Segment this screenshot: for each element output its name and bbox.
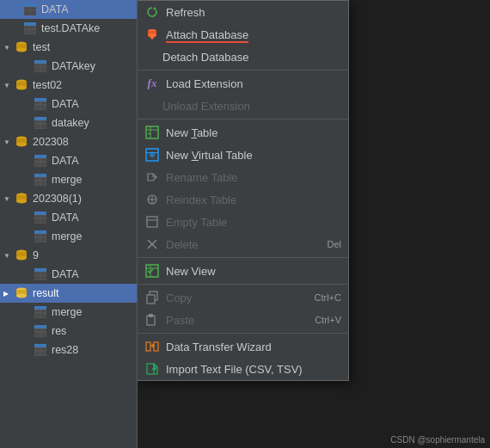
menu-item-rename-table: Rename Table bbox=[138, 166, 348, 188]
tree-label: DATA bbox=[52, 98, 78, 110]
tree-item-datakey-test02[interactable]: datakey bbox=[0, 114, 137, 132]
tree-label: res28 bbox=[52, 344, 78, 356]
tree-label: test.DATAke bbox=[41, 22, 100, 34]
menu-item-empty-table: Empty Table bbox=[138, 211, 348, 233]
svg-point-33 bbox=[16, 143, 27, 147]
db-icon bbox=[14, 191, 29, 206]
refresh-icon bbox=[144, 3, 161, 21]
new-table-icon: * bbox=[144, 124, 161, 141]
tree-item-res-result[interactable]: res bbox=[0, 322, 137, 341]
tree-item-merge-202308[interactable]: merge bbox=[0, 170, 137, 189]
menu-item-refresh[interactable]: Refresh bbox=[138, 1, 348, 23]
svg-marker-83 bbox=[153, 7, 156, 9]
svg-rect-93 bbox=[146, 152, 158, 153]
table-icon bbox=[33, 342, 48, 358]
table-icon bbox=[33, 229, 48, 244]
empty-table-icon bbox=[144, 213, 161, 230]
tree-label: merge bbox=[52, 306, 82, 318]
table-icon bbox=[22, 21, 38, 36]
tree-item-202308-db[interactable]: 202308 bbox=[0, 132, 137, 151]
tree-label: DATA bbox=[52, 268, 78, 280]
paste-icon bbox=[144, 311, 161, 328]
menu-item-new-table[interactable]: * New Table bbox=[138, 121, 348, 144]
svg-rect-108 bbox=[146, 342, 150, 351]
new-vt-icon bbox=[144, 146, 161, 163]
tree-item-merge-202308-1[interactable]: merge bbox=[0, 227, 137, 246]
tree-label: datakey bbox=[52, 117, 89, 129]
svg-rect-105 bbox=[147, 295, 155, 304]
menu-item-new-view[interactable]: New View bbox=[138, 260, 348, 282]
tree-item-test-datakey[interactable]: test.DATAke bbox=[0, 19, 137, 38]
tree-label: test02 bbox=[33, 79, 62, 91]
tree-item-res28-result[interactable]: res28 bbox=[0, 341, 137, 359]
menu-item-load-ext-label: Load Extension bbox=[166, 77, 341, 90]
menu-separator-2 bbox=[138, 119, 348, 120]
reindex-icon bbox=[144, 191, 161, 208]
tree-label: DATAkey bbox=[52, 60, 95, 72]
tree-label: res bbox=[52, 325, 66, 337]
table-icon bbox=[22, 2, 38, 17]
menu-item-delete: Delete Del bbox=[138, 233, 348, 255]
tree-label: merge bbox=[52, 174, 82, 186]
tree-expand-arrow bbox=[3, 290, 14, 298]
table-icon bbox=[33, 58, 48, 74]
tree-label: 202308 bbox=[33, 136, 69, 148]
svg-point-67 bbox=[16, 294, 27, 298]
db-icon bbox=[14, 248, 29, 263]
menu-paste-shortcut: Ctrl+V bbox=[315, 315, 341, 325]
tree-item-datakey[interactable]: DATAkey bbox=[0, 57, 137, 76]
tree-label: DATA bbox=[52, 155, 78, 167]
import-file-icon bbox=[144, 360, 161, 377]
tree-item-data-9[interactable]: DATA bbox=[0, 265, 137, 284]
menu-item-paste: Paste Ctrl+V bbox=[138, 309, 348, 331]
tree-item-data-top[interactable]: DATA bbox=[0, 0, 137, 19]
db-icon bbox=[14, 285, 29, 301]
menu-item-unload-ext-label: Unload Extension bbox=[162, 100, 341, 113]
menu-delete-shortcut: Del bbox=[327, 239, 341, 249]
load-ext-icon: fx bbox=[144, 75, 161, 92]
db-icon bbox=[14, 134, 29, 150]
svg-rect-97 bbox=[147, 217, 157, 227]
tree-item-data-202308-1[interactable]: DATA bbox=[0, 208, 137, 227]
table-icon bbox=[33, 210, 48, 225]
menu-item-copy: Copy Ctrl+C bbox=[138, 286, 348, 309]
menu-item-new-vt[interactable]: New Virtual Table bbox=[138, 144, 348, 166]
tree-item-data-202308[interactable]: DATA bbox=[0, 151, 137, 170]
menu-item-empty-label: Empty Table bbox=[166, 216, 341, 229]
tree-item-result-db[interactable]: result bbox=[0, 284, 137, 303]
menu-item-new-table-label: New Table bbox=[166, 126, 341, 139]
unload-ext-icon bbox=[144, 97, 157, 114]
menu-item-copy-label: Copy bbox=[166, 292, 315, 304]
attach-db-icon bbox=[144, 26, 161, 43]
menu-item-new-view-label: New View bbox=[166, 265, 341, 278]
menu-item-import-file[interactable]: Import Text File (CSV, TSV) bbox=[138, 358, 348, 380]
svg-rect-109 bbox=[154, 342, 158, 351]
table-icon bbox=[33, 267, 48, 282]
tree-expand-arrow bbox=[3, 195, 14, 203]
tree-item-202308-1-db[interactable]: 202308(1) bbox=[0, 189, 137, 208]
menu-item-new-vt-label: New Virtual Table bbox=[166, 149, 341, 162]
tree-label: merge bbox=[52, 230, 82, 242]
menu-separator-3 bbox=[138, 257, 348, 258]
menu-item-detach-db[interactable]: Detach Database bbox=[138, 46, 348, 68]
tree-item-data-test02[interactable]: DATA bbox=[0, 95, 137, 114]
tree-item-test-db[interactable]: test bbox=[0, 38, 137, 57]
db-icon bbox=[14, 77, 29, 93]
menu-item-data-transfer[interactable]: Data Transfer Wizard bbox=[138, 335, 348, 358]
menu-item-load-ext[interactable]: fx Load Extension bbox=[138, 72, 348, 95]
tree-expand-arrow bbox=[3, 82, 14, 89]
table-icon bbox=[33, 323, 48, 339]
table-icon bbox=[33, 96, 48, 112]
copy-icon bbox=[144, 289, 161, 306]
table-icon bbox=[33, 153, 48, 169]
menu-copy-shortcut: Ctrl+C bbox=[315, 292, 341, 303]
menu-item-data-transfer-label: Data Transfer Wizard bbox=[166, 341, 341, 353]
tree-item-test02-db[interactable]: test02 bbox=[0, 76, 137, 95]
menu-item-attach-db[interactable]: Attach Database bbox=[138, 23, 348, 46]
tree-item-merge-result[interactable]: merge bbox=[0, 303, 137, 322]
new-view-icon bbox=[144, 262, 161, 279]
tree-item-9-db[interactable]: 9 bbox=[0, 246, 137, 265]
menu-item-attach-label: Attach Database bbox=[166, 28, 341, 41]
menu-item-reindex-label: Reindex Table bbox=[166, 193, 341, 206]
detach-db-icon bbox=[144, 48, 157, 65]
